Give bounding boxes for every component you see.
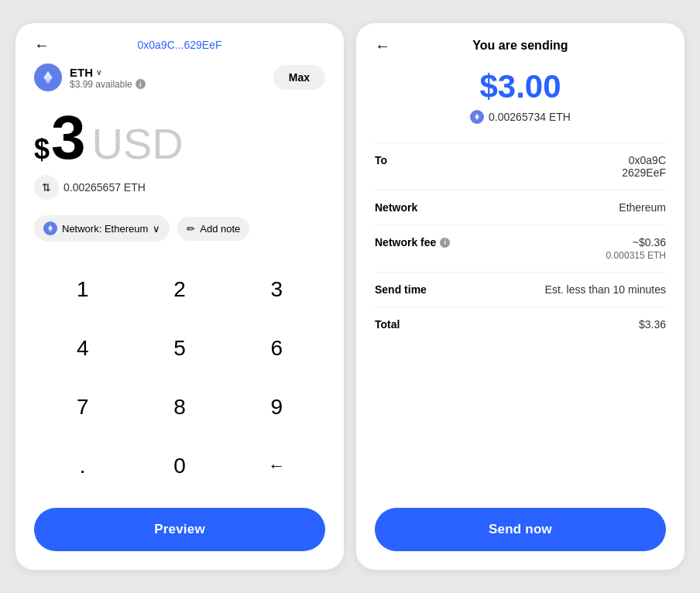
pencil-icon: ✏ [187, 223, 195, 235]
network-fee-eth: 0.000315 ETH [606, 250, 666, 261]
numpad: 1 2 3 4 5 6 7 8 9 . 0 ← [34, 260, 325, 495]
add-note-label: Add note [200, 223, 240, 235]
network-fee-detail-row: Network fee i ~$0.36 0.000315 ETH [375, 225, 666, 273]
token-details: ETH ∨ $3.99 available i [70, 66, 146, 90]
network-note-row: Network: Ethereum ∨ ✏ Add note [34, 215, 325, 242]
right-header: ← You are sending [375, 39, 666, 53]
add-note-button[interactable]: ✏ Add note [177, 217, 249, 241]
numpad-key-8[interactable]: 8 [131, 378, 228, 437]
numpad-key-6[interactable]: 6 [228, 319, 325, 378]
numpad-key-7[interactable]: 7 [34, 378, 131, 437]
sending-eth-amount: 0.00265734 ETH [489, 111, 571, 123]
sending-eth-icon [470, 110, 484, 124]
sending-amount-section: $3.00 0.00265734 ETH [375, 68, 666, 124]
network-fee-label: Network fee i [375, 236, 450, 249]
network-fee-info-icon[interactable]: i [440, 238, 450, 248]
network-chevron-icon: ∨ [153, 223, 160, 235]
right-screen: ← You are sending $3.00 0.00265734 ETH T… [356, 23, 685, 570]
amount-display: $ 3 USD [34, 107, 325, 169]
numpad-key-decimal[interactable]: . [34, 437, 131, 495]
numpad-key-0[interactable]: 0 [131, 437, 228, 495]
network-fee-value-block: ~$0.36 0.000315 ETH [606, 236, 666, 261]
amount-number: 3 [51, 107, 86, 169]
eth-equivalent: 0.00265657 ETH [63, 181, 146, 194]
left-header: ← 0x0a9C...629EeF [34, 39, 325, 51]
wallet-address: 0x0a9C...629EeF [138, 39, 222, 51]
eth-equiv-row: ⇅ 0.00265657 ETH [34, 175, 325, 200]
network-label: Network [375, 201, 417, 214]
send-time-label: Send time [375, 283, 427, 296]
right-back-button[interactable]: ← [375, 37, 390, 55]
currency-label: USD [92, 122, 184, 166]
preview-button[interactable]: Preview [34, 508, 325, 551]
token-info[interactable]: ETH ∨ $3.99 available i [34, 63, 146, 91]
details-section: To 0x0a9C 2629EeF Network Ethereum Netwo… [375, 142, 666, 495]
screens-container: ← 0x0a9C...629EeF ETH ∨ $3. [0, 0, 700, 593]
numpad-key-2[interactable]: 2 [131, 260, 228, 319]
token-balance: $3.99 available i [70, 79, 146, 90]
network-fee-usd: ~$0.36 [633, 236, 666, 249]
total-detail-row: Total $3.36 [375, 307, 666, 341]
numpad-key-4[interactable]: 4 [34, 319, 131, 378]
send-now-button[interactable]: Send now [375, 508, 666, 551]
to-address-line1: 0x0a9C [629, 154, 666, 166]
token-row: ETH ∨ $3.99 available i Max [34, 63, 325, 91]
to-label: To [375, 154, 387, 166]
total-label: Total [375, 318, 400, 331]
dollar-sign: $ [34, 133, 50, 166]
swap-currency-button[interactable]: ⇅ [34, 175, 59, 200]
network-selector-button[interactable]: Network: Ethereum ∨ [34, 215, 170, 242]
numpad-key-1[interactable]: 1 [34, 260, 131, 319]
token-name[interactable]: ETH ∨ [70, 66, 146, 79]
network-label: Network: Ethereum [62, 223, 148, 235]
send-time-detail-row: Send time Est. less than 10 minutes [375, 273, 666, 307]
token-chevron-icon: ∨ [96, 68, 101, 77]
network-value: Ethereum [619, 201, 666, 214]
to-address-line2: 2629EeF [622, 166, 666, 179]
to-address-block: 0x0a9C 2629EeF [622, 154, 666, 179]
numpad-key-3[interactable]: 3 [228, 260, 325, 319]
balance-info-icon[interactable]: i [136, 79, 146, 89]
send-time-value: Est. less than 10 minutes [545, 283, 666, 296]
numpad-key-5[interactable]: 5 [131, 319, 228, 378]
eth-token-icon [34, 63, 62, 91]
numpad-backspace-button[interactable]: ← [228, 437, 325, 495]
sending-eth-row: 0.00265734 ETH [375, 110, 666, 124]
network-detail-row: Network Ethereum [375, 190, 666, 225]
network-eth-icon [43, 221, 57, 235]
left-back-button[interactable]: ← [34, 36, 50, 54]
to-detail-row: To 0x0a9C 2629EeF [375, 143, 666, 190]
numpad-key-9[interactable]: 9 [228, 378, 325, 437]
right-title: You are sending [472, 39, 568, 53]
max-button[interactable]: Max [273, 65, 325, 90]
total-value: $3.36 [639, 318, 666, 331]
sending-usd-amount: $3.00 [375, 68, 666, 105]
left-screen: ← 0x0a9C...629EeF ETH ∨ $3. [15, 23, 344, 570]
